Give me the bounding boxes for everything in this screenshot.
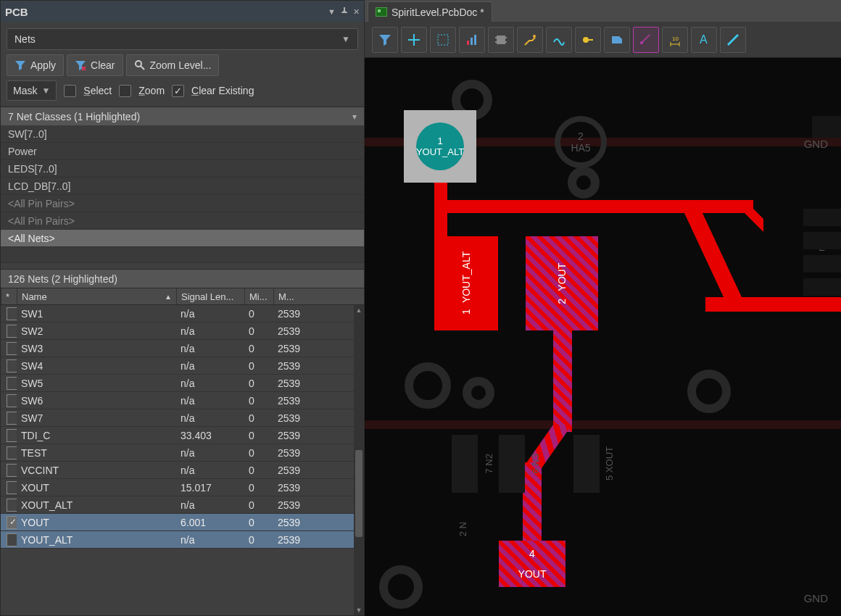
net-class-item[interactable]: <All Pin Pairs>	[1, 195, 364, 212]
filter-tool[interactable]	[372, 27, 398, 53]
scroll-down-icon[interactable]: ▼	[354, 605, 364, 615]
zoom-checkbox[interactable]	[119, 85, 131, 97]
net-class-item[interactable]: <All Nets>	[1, 230, 364, 247]
net-swatch[interactable]	[7, 499, 17, 512]
net-row[interactable]: SW7n/a02539	[1, 409, 364, 427]
net-row[interactable]: SW2n/a02539	[1, 322, 364, 340]
pad-dim	[803, 209, 841, 226]
track-yout-alt	[745, 200, 763, 232]
component-tool[interactable]	[488, 27, 514, 53]
net-swatch[interactable]	[7, 359, 17, 372]
pin-icon[interactable]	[340, 7, 349, 17]
svg-rect-6	[495, 37, 497, 38]
col-name[interactable]: Name▲	[17, 288, 176, 304]
net-class-item	[1, 247, 364, 263]
svg-rect-8	[505, 37, 507, 38]
scrollbar[interactable]: ▲ ▼	[354, 305, 364, 615]
pcb-canvas[interactable]: GND GND 2 SWS 2 HA5 1 YOUT_ALT	[365, 58, 841, 616]
designator: 5 XOUT	[604, 446, 615, 480]
track-yout-alt	[434, 200, 753, 213]
svg-rect-3	[471, 38, 473, 45]
route-diff-tool[interactable]	[546, 27, 572, 53]
dimension-tool[interactable]	[633, 27, 659, 53]
net-class-item[interactable]: <All Pin Pairs>	[1, 212, 364, 230]
svg-text:10: 10	[672, 36, 679, 42]
net-row[interactable]: XOUT_ALTn/a02539	[1, 496, 364, 514]
zoom-level-button[interactable]: Zoom Level...	[126, 54, 220, 76]
designator: 7 N2	[484, 454, 494, 473]
close-icon[interactable]: ✕	[353, 7, 360, 17]
line-tool[interactable]	[720, 27, 746, 53]
net-row[interactable]: SW3n/a02539	[1, 340, 364, 357]
clear-existing-checkbox[interactable]	[172, 85, 184, 97]
apply-button[interactable]: Apply	[7, 54, 64, 76]
net-swatch[interactable]	[7, 446, 17, 459]
net-row[interactable]: SW4n/a02539	[1, 357, 364, 375]
net-swatch[interactable]	[7, 533, 17, 546]
nets-columns: * Name▲ Signal Len... Mi... M...	[1, 288, 364, 305]
net-swatch[interactable]	[7, 307, 17, 320]
net-swatch[interactable]	[7, 394, 17, 407]
mask-dropdown[interactable]: Mask ▼	[7, 80, 57, 101]
col-max[interactable]: M...	[273, 288, 364, 304]
net-row[interactable]: TESTn/a02539	[1, 444, 364, 462]
net-classes-header[interactable]: 7 Net Classes (1 Highlighted) ▾	[1, 107, 364, 125]
col-star[interactable]: *	[1, 288, 17, 304]
pad-ha5: 2 HA5	[555, 116, 607, 168]
route-tool[interactable]	[517, 27, 543, 53]
net-swatch[interactable]	[7, 342, 17, 355]
polygon-tool[interactable]	[604, 27, 630, 53]
measure-tool[interactable]: 10	[662, 27, 688, 53]
net-class-item[interactable]: LEDS[7..0]	[1, 160, 364, 178]
nets-header[interactable]: 126 Nets (2 Highlighted)	[1, 269, 364, 288]
panel-title-bar[interactable]: PCB ▼ ✕	[1, 1, 364, 22]
document-tabs: SpiritLevel.PcbDoc *	[365, 0, 841, 22]
text-tool[interactable]: A	[691, 27, 717, 53]
net-swatch[interactable]	[7, 464, 17, 477]
align-tool[interactable]	[459, 27, 485, 53]
net-swatch[interactable]	[7, 481, 17, 494]
svg-rect-5	[497, 36, 505, 44]
svg-rect-7	[495, 41, 497, 43]
net-row[interactable]: ✓YOUT6.00102539	[1, 514, 364, 531]
move-tool[interactable]	[401, 27, 427, 53]
net-row[interactable]: YOUT_ALTn/a02539	[1, 531, 364, 549]
pad-yout-4: 4 YOUT	[499, 541, 566, 587]
net-row[interactable]: SW5n/a02539	[1, 375, 364, 392]
dropdown-icon[interactable]: ▼	[328, 7, 336, 16]
net-row[interactable]: VCCINTn/a02539	[1, 462, 364, 479]
net-swatch[interactable]	[7, 325, 17, 338]
track-yout	[523, 462, 542, 542]
col-min[interactable]: Mi...	[244, 288, 273, 304]
net-class-item[interactable]: LCD_DB[7..0]	[1, 178, 364, 195]
track-yout	[553, 330, 572, 432]
net-row[interactable]: TDI_C33.40302539	[1, 427, 364, 444]
chevron-down-icon: ▾	[352, 112, 357, 122]
net-class-item[interactable]: Power	[1, 143, 364, 160]
svg-rect-9	[505, 41, 507, 43]
net-swatch[interactable]	[7, 377, 17, 390]
net-row[interactable]: SW1n/a02539	[1, 305, 364, 322]
select-checkbox[interactable]	[64, 85, 76, 97]
clear-button[interactable]: Clear	[67, 54, 123, 76]
filter-dropdown-value: Nets	[14, 33, 36, 45]
net-row[interactable]: XOUT15.01702539	[1, 479, 364, 496]
via	[568, 167, 600, 199]
scroll-thumb[interactable]	[355, 450, 362, 537]
net-classes-list: SW[7..0]PowerLEDS[7..0]LCD_DB[7..0]<All …	[1, 125, 364, 263]
document-tab[interactable]: SpiritLevel.PcbDoc *	[368, 1, 492, 22]
nets-table-body: ▲ ▼ SW1n/a02539SW2n/a02539SW3n/a02539SW4…	[1, 305, 364, 615]
net-swatch[interactable]: ✓	[7, 516, 17, 529]
scroll-up-icon[interactable]: ▲	[354, 305, 364, 315]
net-swatch[interactable]	[7, 412, 17, 425]
via-tool[interactable]	[575, 27, 601, 53]
net-swatch[interactable]	[7, 429, 17, 442]
col-signal[interactable]: Signal Len...	[176, 288, 244, 304]
funnel-icon	[14, 59, 26, 71]
chevron-down-icon: ▼	[341, 34, 350, 44]
net-class-item[interactable]: SW[7..0]	[1, 125, 364, 143]
filter-dropdown[interactable]: Nets ▼	[7, 28, 358, 50]
pcb-panel: PCB ▼ ✕ Nets ▼ Apply Clear Zoom Leve	[0, 0, 365, 616]
select-rect-tool[interactable]	[430, 27, 456, 53]
net-row[interactable]: SW6n/a02539	[1, 392, 364, 409]
